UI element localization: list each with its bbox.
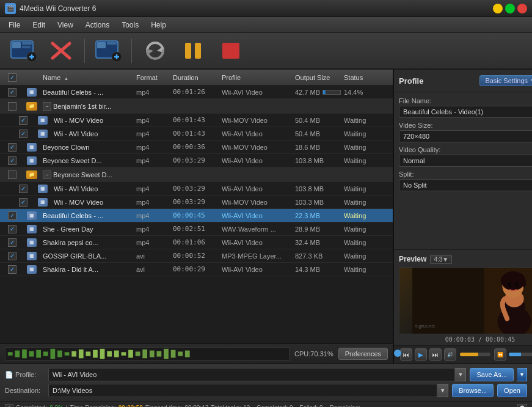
log-button[interactable]: 📋 [517, 404, 527, 408]
stop-button[interactable] [214, 35, 248, 67]
menu-file[interactable]: File [2, 19, 26, 31]
row-check[interactable] [1, 252, 23, 260]
row-checkbox[interactable] [8, 265, 16, 274]
row-checkbox[interactable] [19, 185, 27, 193]
svg-text:fugitue.net: fugitue.net [415, 324, 435, 329]
row-checkbox[interactable] [8, 225, 16, 233]
menu-edit[interactable]: Edit [26, 19, 51, 31]
rewind-button[interactable]: ⏮ [400, 348, 412, 361]
row-checkbox[interactable] [8, 211, 16, 220]
header-name[interactable]: Name ▲ [40, 74, 136, 81]
menu-actions[interactable]: Actions [79, 19, 115, 31]
header-output[interactable]: Output Size [295, 74, 344, 81]
row-checkbox[interactable] [8, 143, 16, 152]
videosize-select[interactable]: 720×480 [399, 130, 532, 142]
basic-settings-button[interactable]: Basic Settings ▼ [479, 75, 532, 86]
save-as-button[interactable]: Save As... [470, 368, 514, 381]
refresh-button[interactable] [138, 35, 172, 67]
preview-svg: fugitue.net [399, 268, 532, 334]
row-checkbox[interactable] [8, 252, 16, 260]
row-output: 50.4 MB [295, 117, 344, 124]
aspect-ratio-button[interactable]: 4:3▼ [430, 255, 452, 264]
row-checkbox[interactable] [19, 116, 27, 125]
filename-input[interactable] [399, 106, 532, 118]
row-check[interactable] [1, 170, 23, 179]
select-all-checkbox[interactable] [8, 73, 16, 82]
row-checkbox[interactable] [8, 238, 16, 247]
row-check[interactable] [1, 211, 23, 220]
destination-select[interactable]: D:\My Videos [48, 384, 437, 397]
remove-file-button[interactable] [44, 35, 78, 67]
dest-select-arrow[interactable]: ▼ [437, 384, 448, 397]
profile-select[interactable]: Wii - AVI Video [48, 368, 455, 381]
table-row[interactable]: ▦ Shakira pepsi co... mp4 00:01:06 Wii-A… [0, 236, 393, 249]
row-checkbox[interactable] [8, 156, 16, 165]
header-profile[interactable]: Profile [222, 74, 295, 81]
row-check[interactable] [12, 185, 34, 193]
table-row[interactable]: ▦ Wii - MOV Video mp4 00:03:29 Wii-MOV V… [0, 196, 393, 209]
table-row[interactable]: ▦ Beyonce Clown mp4 00:00:36 Wii-MOV Vid… [0, 141, 393, 154]
profile-select-arrow[interactable]: ▼ [455, 368, 466, 381]
row-check[interactable] [1, 156, 23, 165]
volume-slider[interactable] [460, 353, 490, 356]
table-row[interactable]: ▦ Beyonce Sweet D... mp4 00:03:29 Wii-AV… [0, 154, 393, 167]
row-checkbox[interactable] [8, 170, 16, 179]
row-check[interactable] [1, 265, 23, 274]
table-row[interactable]: 📁 − Benjamin's 1st bir... [0, 99, 393, 114]
row-check[interactable] [1, 88, 23, 97]
row-check[interactable] [1, 225, 23, 233]
table-row[interactable]: ▦ Shakira - Did it A... avi 00:00:29 Wii… [0, 263, 393, 276]
volume-button[interactable]: 🔊 [444, 348, 456, 361]
dest-select-wrap: D:\My Videos ▼ [48, 384, 448, 397]
table-row[interactable]: ▦ Beautiful Celebs - ... mp4 00:01:26 Wi… [0, 86, 393, 99]
row-name: Wii - AVI Video [51, 185, 136, 193]
table-row[interactable]: ▦ Wii - MOV Video mp4 00:01:43 Wii-MOV V… [0, 114, 393, 127]
group-expand[interactable]: − [43, 170, 51, 179]
table-row[interactable]: ▦ Wii - AVI Video mp4 00:01:43 Wii-AVI V… [0, 127, 393, 141]
row-check[interactable] [12, 116, 34, 125]
row-name: Wii - MOV Video [51, 199, 136, 206]
close-button[interactable] [517, 4, 527, 13]
menu-tools[interactable]: Tools [115, 19, 145, 31]
pause-button[interactable] [176, 35, 210, 67]
row-profile: WAV-Waveform ... [222, 226, 295, 233]
add-profile-button[interactable] [91, 35, 125, 67]
row-checkbox[interactable] [8, 102, 16, 111]
row-check[interactable] [12, 130, 34, 138]
table-row[interactable]: 📁 − Beyonce Sweet D... [0, 167, 393, 182]
menu-help[interactable]: Help [145, 19, 172, 31]
table-row[interactable]: ▦ She - Green Day mp4 00:02:51 WAV-Wavef… [0, 222, 393, 236]
row-checkbox[interactable] [8, 88, 16, 97]
minimize-button[interactable] [493, 4, 503, 13]
split-select[interactable]: No Split [399, 179, 532, 191]
browse-button[interactable]: Browse... [452, 384, 494, 397]
row-check[interactable] [1, 143, 23, 152]
add-file-button[interactable] [6, 35, 40, 67]
row-checkbox[interactable] [19, 198, 27, 207]
row-check[interactable] [12, 198, 34, 207]
playback-handle[interactable] [394, 350, 401, 357]
speed-down-button[interactable]: ⏪ [494, 348, 506, 361]
table-row[interactable]: ▦ Beautiful Celebs - ... mp4 00:00:45 Wi… [0, 209, 393, 222]
table-row[interactable]: ▦ GOSSIP GIRL-BLA... avi 00:00:52 MP3-MP… [0, 249, 393, 263]
forward-button[interactable]: ⏭ [429, 348, 442, 361]
open-button[interactable]: Open [497, 384, 527, 397]
preferences-button[interactable]: Preferences [338, 348, 388, 360]
row-check[interactable] [1, 102, 23, 111]
speed-slider[interactable] [509, 353, 532, 356]
row-checkbox[interactable] [19, 130, 27, 138]
header-check[interactable] [1, 73, 23, 82]
table-row[interactable]: ▦ Wii - AVI Video mp4 00:03:29 Wii-AVI V… [0, 182, 393, 196]
save-as-dropdown-button[interactable]: ▼ [517, 368, 527, 381]
group-expand[interactable]: − [43, 102, 51, 111]
maximize-button[interactable] [505, 4, 515, 13]
header-format[interactable]: Format [136, 74, 173, 81]
menu-view[interactable]: View [51, 19, 79, 31]
row-check[interactable] [1, 238, 23, 247]
videoquality-select[interactable]: Normal [399, 155, 532, 167]
preview-section: Preview 4:3▼ 📷 ⊞ [394, 249, 532, 345]
videosize-field: Video Size: 720×480 ▼ [399, 122, 532, 142]
header-duration[interactable]: Duration [173, 74, 222, 81]
header-status[interactable]: Status [344, 74, 393, 81]
play-button[interactable]: ▶ [415, 348, 427, 361]
